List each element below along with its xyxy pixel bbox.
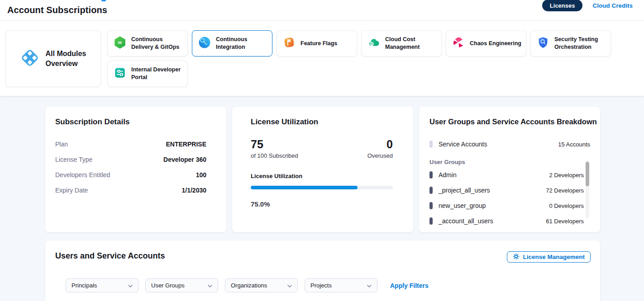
overused-caption: Overused (367, 152, 393, 159)
module-label: Continuous Integration (216, 36, 267, 51)
licenses-tab[interactable]: Licenses (542, 0, 583, 11)
module-label: Continuous Delivery & GitOps (131, 36, 183, 51)
group-value: 0 Developers (549, 202, 584, 209)
security-testing-icon (536, 36, 550, 51)
module-strip: All Modules Overview ∞ Continuous Delive… (0, 21, 644, 96)
projects-dropdown[interactable]: Projects (305, 278, 377, 292)
dropdown-label: Projects (310, 282, 332, 289)
module-card-internal-developer-portal[interactable]: Internal Developer Portal (107, 61, 188, 87)
cloud-credits-tab[interactable]: Cloud Credits (592, 2, 633, 9)
group-name: Admin (439, 171, 457, 179)
cloud-cost-icon: $ (367, 36, 381, 51)
utilization-bar-label: License Utilization (251, 173, 393, 179)
utilization-progress-fill (251, 186, 358, 189)
group-value: 2 Developers (549, 172, 584, 179)
user-group-row: Admin 2 Developers (429, 167, 584, 183)
overused-block: 0 Overused (367, 138, 393, 159)
list-scrollbar-track[interactable] (586, 160, 589, 218)
subscription-details-card: Subscription Details Plan ENTERPRISE Lic… (45, 107, 226, 232)
detail-value: 100 (196, 171, 206, 179)
chevron-down-icon (287, 282, 292, 289)
header-actions: Licenses Cloud Credits (542, 0, 633, 11)
detail-label: Developers Entitled (55, 171, 110, 179)
all-modules-icon (19, 47, 40, 70)
users-head: Users and Service Accounts License Manag… (55, 251, 591, 263)
summary-row: Subscription Details Plan ENTERPRISE Lic… (45, 107, 644, 232)
module-card-cd-gitops[interactable]: ∞ Continuous Delivery & GitOps (107, 30, 188, 56)
detail-label: Plan (55, 141, 68, 148)
user-group-row: new_user_group 0 Developers (429, 198, 584, 213)
group-marker (429, 217, 433, 225)
all-modules-overview-card[interactable]: All Modules Overview (5, 30, 101, 87)
user-groups-list: Admin 2 Developers _project_all_users 72… (429, 167, 590, 229)
module-label: Security Testing Orchestration (554, 36, 606, 51)
user-groups-heading: User Groups (429, 159, 590, 165)
page-header: Account Subscriptions Licenses Cloud Cre… (0, 0, 644, 21)
detail-label: Expiry Date (55, 187, 88, 194)
breakdown-card: User Groups and Service Accounts Breakdo… (419, 107, 600, 232)
user-group-row: _account_all_users 61 Developers (429, 213, 584, 229)
chevron-down-icon (367, 282, 372, 289)
module-card-chaos-engineering[interactable]: Chaos Engineering (446, 30, 526, 56)
detail-label: License Type (55, 156, 92, 163)
group-value: 61 Developers (546, 218, 584, 225)
page-title: Account Subscriptions (7, 5, 107, 15)
group-marker (429, 171, 433, 179)
utilization-percent: 75.0% (251, 200, 393, 208)
module-cards: ∞ Continuous Delivery & GitOps Continuou… (107, 30, 619, 87)
license-numbers: 75 of 100 Subscribed 0 Overused (251, 138, 393, 159)
organizations-dropdown[interactable]: Organizations (225, 278, 298, 292)
module-label: Feature Flags (301, 40, 337, 47)
detail-row-expiry-date: Expiry Date 1/1/2030 (55, 183, 206, 198)
group-name: _account_all_users (439, 217, 493, 225)
main-content: Subscription Details Plan ENTERPRISE Lic… (0, 96, 644, 301)
used-block: 75 of 100 Subscribed (251, 138, 298, 159)
apply-filters-link[interactable]: Apply Filters (390, 282, 429, 289)
module-card-cloud-cost[interactable]: $ Cloud Cost Management (361, 30, 442, 56)
breakdown-title: User Groups and Service Accounts Breakdo… (429, 118, 590, 126)
users-service-accounts-card: Users and Service Accounts License Manag… (45, 240, 600, 301)
detail-value: ENTERPRISE (166, 141, 206, 148)
user-groups-dropdown[interactable]: User Groups (145, 278, 218, 292)
license-utilization-title: License Utilization (251, 118, 393, 127)
module-card-continuous-integration[interactable]: Continuous Integration (192, 30, 272, 56)
detail-value: Developer 360 (163, 156, 206, 163)
service-accounts-row: Service Accounts 15 Accounts (429, 137, 590, 151)
service-accounts-label: Service Accounts (439, 141, 487, 148)
gear-icon (513, 253, 520, 261)
all-modules-overview-label: All Modules Overview (46, 49, 87, 68)
detail-row-license-type: License Type Developer 360 (55, 152, 206, 167)
cd-gitops-icon: ∞ (113, 36, 127, 51)
chevron-down-icon (208, 282, 212, 289)
idp-icon (113, 66, 127, 81)
svg-text:$: $ (371, 42, 373, 46)
group-name: new_user_group (439, 202, 486, 209)
utilization-progress-track (251, 186, 393, 189)
ci-icon (198, 36, 211, 51)
chevron-down-icon (128, 282, 133, 289)
license-management-button[interactable]: License Management (507, 251, 591, 263)
users-section-title: Users and Service Accounts (55, 251, 165, 261)
principals-dropdown[interactable]: Principals (66, 278, 138, 292)
detail-row-developers-entitled: Developers Entitled 100 (55, 167, 206, 183)
group-value: 72 Developers (546, 187, 584, 194)
detail-value: 1/1/2030 (182, 187, 207, 194)
chaos-icon (452, 36, 465, 51)
detail-row-plan: Plan ENTERPRISE (55, 136, 206, 152)
subscription-details-title: Subscription Details (55, 118, 206, 127)
list-scrollbar-thumb[interactable] (586, 162, 589, 186)
module-card-security-testing[interactable]: Security Testing Orchestration (530, 30, 611, 56)
used-count: 75 (251, 138, 298, 151)
user-group-row: _project_all_users 72 Developers (429, 183, 584, 198)
module-label: Cloud Cost Management (385, 36, 437, 51)
filters-row: Principals User Groups Organizations Pro… (66, 278, 591, 292)
module-label: Chaos Engineering (470, 40, 521, 47)
service-accounts-marker (429, 141, 433, 148)
license-utilization-card: License Utilization 75 of 100 Subscribed… (232, 107, 413, 232)
license-management-label: License Management (523, 254, 585, 260)
module-card-feature-flags[interactable]: Feature Flags (277, 30, 357, 56)
dropdown-label: User Groups (151, 282, 185, 289)
group-marker (429, 202, 433, 209)
service-accounts-value: 15 Accounts (558, 141, 590, 148)
feature-flags-icon (282, 36, 296, 51)
